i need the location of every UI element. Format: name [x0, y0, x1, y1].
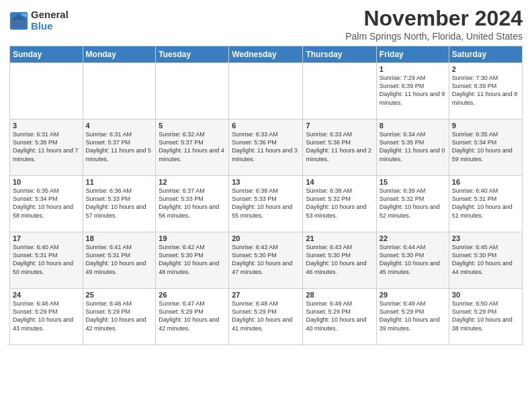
calendar-cell: 11Sunrise: 6:36 AM Sunset: 5:33 PM Dayli… [83, 176, 156, 232]
day-number: 19 [159, 234, 226, 242]
logo-blue: Blue [31, 21, 69, 32]
page-container: General Blue November 2024 Palm Springs … [0, 0, 532, 349]
day-number: 5 [159, 122, 226, 130]
day-number: 3 [13, 122, 80, 130]
logo-icon [9, 11, 28, 30]
calendar-cell: 12Sunrise: 6:37 AM Sunset: 5:33 PM Dayli… [156, 176, 229, 232]
calendar-week-1: 3Sunrise: 6:31 AM Sunset: 5:38 PM Daylig… [10, 120, 523, 176]
day-info: Sunrise: 6:40 AM Sunset: 5:31 PM Dayligh… [452, 187, 519, 220]
calendar-cell: 19Sunrise: 6:42 AM Sunset: 5:30 PM Dayli… [156, 232, 229, 289]
day-info: Sunrise: 6:50 AM Sunset: 5:29 PM Dayligh… [452, 300, 519, 332]
day-number: 8 [380, 122, 446, 130]
header-monday: Monday [83, 46, 156, 63]
day-info: Sunrise: 6:35 AM Sunset: 5:34 PM Dayligh… [13, 187, 80, 220]
header-sunday: Sunday [10, 46, 83, 63]
day-info: Sunrise: 6:44 AM Sunset: 5:30 PM Dayligh… [380, 243, 446, 276]
day-number: 1 [380, 65, 446, 73]
day-info: Sunrise: 6:42 AM Sunset: 5:30 PM Dayligh… [159, 243, 226, 276]
day-info: Sunrise: 6:49 AM Sunset: 5:29 PM Dayligh… [380, 300, 446, 332]
day-info: Sunrise: 6:41 AM Sunset: 5:31 PM Dayligh… [86, 243, 153, 276]
calendar-cell: 10Sunrise: 6:35 AM Sunset: 5:34 PM Dayli… [10, 176, 83, 232]
day-info: Sunrise: 6:38 AM Sunset: 5:33 PM Dayligh… [232, 187, 300, 220]
calendar-cell: 15Sunrise: 6:39 AM Sunset: 5:32 PM Dayli… [376, 176, 449, 232]
calendar-cell: 18Sunrise: 6:41 AM Sunset: 5:31 PM Dayli… [83, 232, 156, 289]
calendar-cell: 5Sunrise: 6:32 AM Sunset: 5:37 PM Daylig… [156, 120, 229, 176]
calendar-cell: 20Sunrise: 6:43 AM Sunset: 5:30 PM Dayli… [229, 232, 303, 289]
day-info: Sunrise: 6:33 AM Sunset: 5:36 PM Dayligh… [306, 130, 373, 163]
day-info: Sunrise: 6:47 AM Sunset: 5:29 PM Dayligh… [159, 300, 226, 332]
day-number: 11 [86, 178, 153, 186]
calendar-week-2: 10Sunrise: 6:35 AM Sunset: 5:34 PM Dayli… [10, 176, 523, 232]
logo: General Blue [9, 9, 69, 32]
calendar-cell: 17Sunrise: 6:40 AM Sunset: 5:31 PM Dayli… [10, 232, 83, 289]
day-number: 12 [159, 178, 226, 186]
calendar-cell: 21Sunrise: 6:43 AM Sunset: 5:30 PM Dayli… [303, 232, 376, 289]
calendar-cell: 9Sunrise: 6:35 AM Sunset: 5:34 PM Daylig… [449, 120, 522, 176]
day-info: Sunrise: 6:48 AM Sunset: 5:29 PM Dayligh… [232, 300, 300, 332]
day-number: 17 [13, 234, 80, 242]
title-section: November 2024 Palm Springs North, Florid… [345, 7, 523, 42]
calendar-cell: 7Sunrise: 6:33 AM Sunset: 5:36 PM Daylig… [303, 120, 376, 176]
calendar-cell [229, 63, 303, 120]
calendar-week-4: 24Sunrise: 6:46 AM Sunset: 5:29 PM Dayli… [10, 289, 523, 345]
day-number: 21 [306, 234, 373, 242]
day-number: 26 [159, 291, 226, 299]
header-friday: Friday [376, 46, 449, 63]
day-number: 27 [232, 291, 300, 299]
header-wednesday: Wednesday [229, 46, 303, 63]
day-number: 28 [306, 291, 373, 299]
day-info: Sunrise: 6:43 AM Sunset: 5:30 PM Dayligh… [232, 243, 300, 276]
month-title: November 2024 [345, 7, 523, 30]
day-number: 9 [452, 122, 519, 130]
day-number: 7 [306, 122, 373, 130]
calendar-header-row: Sunday Monday Tuesday Wednesday Thursday… [10, 46, 523, 63]
calendar-cell: 30Sunrise: 6:50 AM Sunset: 5:29 PM Dayli… [449, 289, 522, 345]
day-number: 10 [13, 178, 80, 186]
header-saturday: Saturday [449, 46, 522, 63]
day-number: 18 [86, 234, 153, 242]
day-number: 6 [232, 122, 300, 130]
day-number: 20 [232, 234, 300, 242]
day-info: Sunrise: 6:46 AM Sunset: 5:29 PM Dayligh… [13, 300, 80, 332]
logo-text: General Blue [31, 9, 69, 32]
calendar-cell: 25Sunrise: 6:46 AM Sunset: 5:29 PM Dayli… [83, 289, 156, 345]
day-info: Sunrise: 7:29 AM Sunset: 6:39 PM Dayligh… [380, 74, 446, 107]
calendar-cell: 8Sunrise: 6:34 AM Sunset: 5:35 PM Daylig… [376, 120, 449, 176]
day-number: 4 [86, 122, 153, 130]
day-number: 24 [13, 291, 80, 299]
day-info: Sunrise: 6:38 AM Sunset: 5:32 PM Dayligh… [306, 187, 373, 220]
calendar-cell: 22Sunrise: 6:44 AM Sunset: 5:30 PM Dayli… [376, 232, 449, 289]
header: General Blue November 2024 Palm Springs … [9, 7, 523, 42]
calendar-cell: 13Sunrise: 6:38 AM Sunset: 5:33 PM Dayli… [229, 176, 303, 232]
header-thursday: Thursday [303, 46, 376, 63]
calendar-cell: 29Sunrise: 6:49 AM Sunset: 5:29 PM Dayli… [376, 289, 449, 345]
day-info: Sunrise: 7:30 AM Sunset: 6:39 PM Dayligh… [452, 74, 519, 107]
day-number: 22 [380, 234, 446, 242]
day-info: Sunrise: 6:40 AM Sunset: 5:31 PM Dayligh… [13, 243, 80, 276]
calendar-cell [156, 63, 229, 120]
calendar-cell [10, 63, 83, 120]
calendar-week-0: 1Sunrise: 7:29 AM Sunset: 6:39 PM Daylig… [10, 63, 523, 120]
day-info: Sunrise: 6:43 AM Sunset: 5:30 PM Dayligh… [306, 243, 373, 276]
day-number: 25 [86, 291, 153, 299]
calendar-cell: 6Sunrise: 6:33 AM Sunset: 5:36 PM Daylig… [229, 120, 303, 176]
day-number: 15 [380, 178, 446, 186]
calendar-cell: 23Sunrise: 6:45 AM Sunset: 5:30 PM Dayli… [449, 232, 522, 289]
day-info: Sunrise: 6:45 AM Sunset: 5:30 PM Dayligh… [452, 243, 519, 276]
day-info: Sunrise: 6:35 AM Sunset: 5:34 PM Dayligh… [452, 130, 519, 163]
day-info: Sunrise: 6:34 AM Sunset: 5:35 PM Dayligh… [380, 130, 446, 163]
day-number: 2 [452, 65, 519, 73]
day-number: 30 [452, 291, 519, 299]
calendar-cell: 26Sunrise: 6:47 AM Sunset: 5:29 PM Dayli… [156, 289, 229, 345]
day-number: 14 [306, 178, 373, 186]
day-number: 23 [452, 234, 519, 242]
day-info: Sunrise: 6:46 AM Sunset: 5:29 PM Dayligh… [86, 300, 153, 332]
header-tuesday: Tuesday [156, 46, 229, 63]
day-info: Sunrise: 6:33 AM Sunset: 5:36 PM Dayligh… [232, 130, 300, 163]
calendar-cell: 4Sunrise: 6:31 AM Sunset: 5:37 PM Daylig… [83, 120, 156, 176]
calendar-table: Sunday Monday Tuesday Wednesday Thursday… [9, 46, 523, 345]
calendar-cell [83, 63, 156, 120]
day-info: Sunrise: 6:37 AM Sunset: 5:33 PM Dayligh… [159, 187, 226, 220]
day-info: Sunrise: 6:32 AM Sunset: 5:37 PM Dayligh… [159, 130, 226, 163]
day-info: Sunrise: 6:36 AM Sunset: 5:33 PM Dayligh… [86, 187, 153, 220]
